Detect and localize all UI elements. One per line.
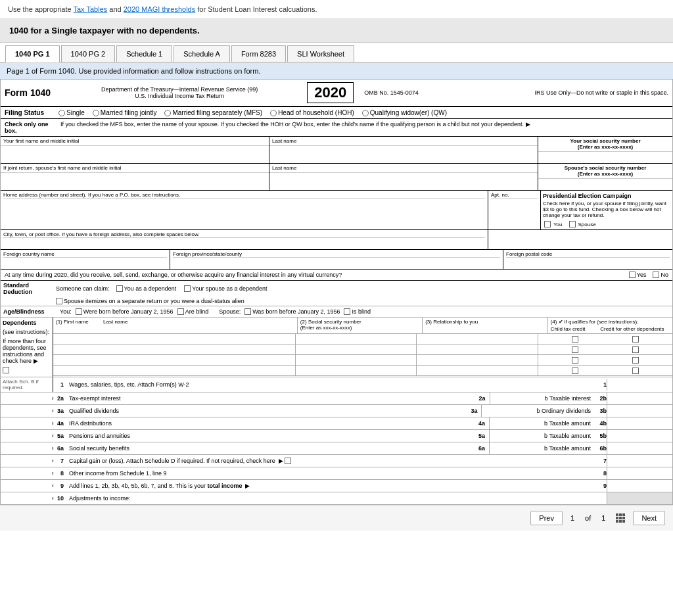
dep2-rel-input[interactable] bbox=[417, 344, 538, 354]
are-blind-check[interactable]: Are blind bbox=[177, 308, 209, 315]
foreign-province-input[interactable] bbox=[173, 257, 500, 268]
dep2-child-checkbox[interactable] bbox=[572, 346, 578, 353]
spouse-born-check[interactable]: Was born before January 2, 1956 bbox=[244, 308, 340, 315]
income-line-2: 2a Tax-exempt interest 2a b Taxable inte… bbox=[1, 392, 672, 405]
dep2-ssn-input[interactable] bbox=[296, 344, 417, 354]
apt-input[interactable] bbox=[491, 198, 538, 208]
tab-1040-pg1[interactable]: 1040 PG 1 bbox=[5, 45, 60, 62]
next-button[interactable]: Next bbox=[633, 511, 665, 525]
is-blind-label: Is blind bbox=[352, 308, 371, 315]
dep2-name-input[interactable] bbox=[53, 344, 295, 354]
radio-circle-single[interactable] bbox=[58, 110, 65, 116]
apt-label: Apt. no. bbox=[491, 192, 538, 198]
tab-schedule-a[interactable]: Schedule A bbox=[174, 45, 230, 62]
name-row-2: If joint return, spouse's first name and… bbox=[1, 164, 672, 191]
born-before-check[interactable]: Were born before January 2, 1956 bbox=[76, 308, 174, 315]
spouse-last-input[interactable] bbox=[269, 172, 538, 184]
vc-no-checkbox[interactable] bbox=[653, 272, 659, 278]
tab-sli-worksheet[interactable]: SLI Worksheet bbox=[287, 45, 354, 62]
line7-checkbox[interactable] bbox=[285, 458, 291, 464]
you-dep-checkbox[interactable] bbox=[116, 285, 123, 292]
tab-schedule1[interactable]: Schedule 1 bbox=[116, 45, 172, 62]
line6b-input[interactable] bbox=[607, 442, 672, 454]
radio-circle-qw[interactable] bbox=[362, 110, 369, 116]
you-checkbox[interactable] bbox=[544, 221, 551, 227]
filing-radio-hoh[interactable]: Head of household (HOH) bbox=[270, 109, 354, 116]
prev-button[interactable]: Prev bbox=[530, 511, 563, 525]
spouse-dep-checkbox[interactable] bbox=[184, 285, 191, 292]
spouse-ssn-input[interactable] bbox=[538, 178, 672, 190]
vc-yes-label[interactable]: Yes bbox=[629, 272, 647, 278]
dep3-ssn-input[interactable] bbox=[296, 355, 417, 365]
tab-1040-pg2[interactable]: 1040 PG 2 bbox=[61, 45, 116, 62]
ssn-input[interactable] bbox=[538, 151, 672, 163]
dep4-ssn-input[interactable] bbox=[296, 366, 417, 375]
line4b-input[interactable] bbox=[607, 417, 672, 429]
line6a-desc: Social security benefits bbox=[66, 444, 478, 453]
dep2-other-checkbox[interactable] bbox=[632, 346, 639, 353]
you-dependent-check[interactable]: You as a dependent bbox=[116, 285, 177, 292]
dep4-name-input[interactable] bbox=[53, 366, 295, 375]
is-blind-checkbox[interactable] bbox=[344, 308, 350, 315]
radio-circle-hoh[interactable] bbox=[270, 110, 277, 116]
filing-radio-mfj[interactable]: Married filing jointly bbox=[93, 109, 157, 116]
foreign-country-input[interactable] bbox=[3, 257, 167, 268]
city-input[interactable] bbox=[3, 237, 485, 248]
line3a-input[interactable] bbox=[481, 405, 534, 417]
dep1-ssn-input[interactable] bbox=[296, 334, 417, 344]
spouse-itemizes-checkbox[interactable] bbox=[56, 298, 62, 304]
line3b-input[interactable] bbox=[607, 405, 672, 417]
spouse-born-checkbox[interactable] bbox=[244, 308, 251, 315]
line7-input[interactable] bbox=[607, 455, 672, 467]
dep3-child-checkbox[interactable] bbox=[572, 357, 578, 364]
vc-no-label[interactable]: No bbox=[653, 272, 668, 278]
dep1-rel-input[interactable] bbox=[417, 334, 538, 344]
line5a-input[interactable] bbox=[489, 430, 542, 442]
foreign-postal-input[interactable] bbox=[506, 257, 670, 268]
are-blind-checkbox[interactable] bbox=[177, 308, 184, 315]
line8-input[interactable] bbox=[607, 467, 672, 479]
filing-radio-single[interactable]: Single bbox=[58, 109, 85, 116]
home-address-input[interactable] bbox=[3, 198, 485, 208]
dep-check-sq[interactable] bbox=[3, 367, 9, 373]
dep3-name-input[interactable] bbox=[53, 355, 295, 365]
spouse-itemizes-check[interactable]: Spouse itemizes on a separate return or … bbox=[56, 298, 244, 304]
line1-input[interactable] bbox=[607, 379, 672, 391]
tax-tables-link[interactable]: Tax Tables bbox=[73, 5, 107, 13]
magi-link[interactable]: 2020 MAGI thresholds bbox=[124, 5, 195, 13]
dep-checkbox-here[interactable] bbox=[3, 367, 51, 375]
radio-circle-mfs[interactable] bbox=[164, 110, 171, 116]
spouse-first-input[interactable] bbox=[1, 172, 269, 184]
dep1-other-checkbox[interactable] bbox=[632, 336, 639, 343]
tab-form-8283[interactable]: Form 8283 bbox=[231, 45, 286, 62]
line5b-input[interactable] bbox=[607, 430, 672, 442]
grid-icon[interactable] bbox=[616, 513, 625, 523]
spouse-dependent-check[interactable]: Your spouse as a dependent bbox=[184, 285, 267, 292]
last-name-input[interactable] bbox=[269, 145, 538, 157]
dep3-rel-input[interactable] bbox=[417, 355, 538, 365]
dep1-child-checkbox[interactable] bbox=[572, 336, 578, 343]
first-name-input[interactable] bbox=[1, 145, 269, 157]
vc-yes-checkbox[interactable] bbox=[629, 272, 636, 278]
dep1-name-input[interactable] bbox=[53, 334, 295, 344]
intro-text: Use the appropriate bbox=[8, 5, 72, 13]
line6a-input[interactable] bbox=[489, 442, 542, 454]
line6b-label: b Taxable amount bbox=[542, 445, 593, 452]
line2a-input[interactable] bbox=[490, 392, 542, 404]
radio-circle-mfj[interactable] bbox=[93, 110, 99, 116]
line9-input[interactable] bbox=[607, 480, 672, 492]
born-before-checkbox[interactable] bbox=[76, 308, 82, 315]
spouse-checkbox[interactable] bbox=[569, 221, 576, 227]
dep4-other-checkbox[interactable] bbox=[632, 367, 639, 374]
is-blind-check[interactable]: Is blind bbox=[344, 308, 371, 315]
line4a-input[interactable] bbox=[489, 417, 542, 429]
spouse-checkbox-label[interactable]: Spouse bbox=[568, 221, 596, 227]
filing-radio-qw[interactable]: Qualifying widow(er) (QW) bbox=[362, 109, 447, 116]
dep4-rel-input[interactable] bbox=[417, 366, 538, 375]
line10-input[interactable] bbox=[607, 492, 672, 504]
filing-radio-mfs[interactable]: Married filing separately (MFS) bbox=[164, 109, 262, 116]
dep4-child-checkbox[interactable] bbox=[572, 367, 578, 374]
you-checkbox-label[interactable]: You bbox=[543, 221, 563, 227]
dep3-other-checkbox[interactable] bbox=[632, 357, 639, 364]
line2b-input[interactable] bbox=[607, 392, 672, 404]
